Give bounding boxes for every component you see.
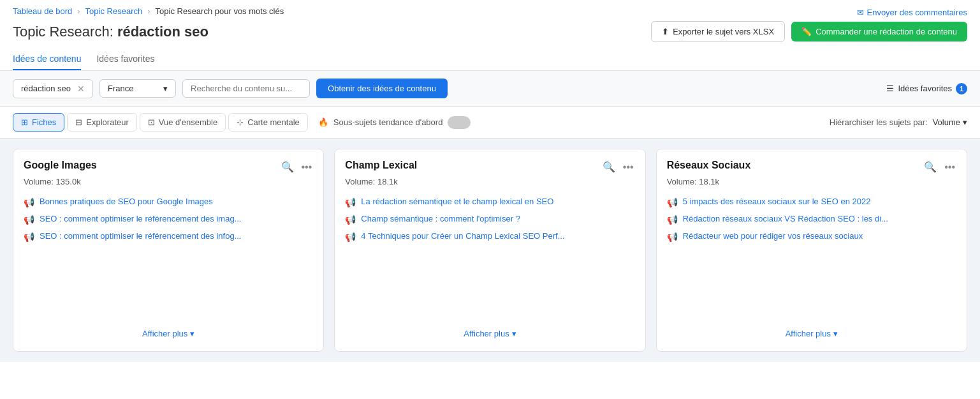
favorites-label: Idées favorites: [898, 84, 952, 93]
view-tab-fiches[interactable]: ⊞ Fiches: [13, 113, 64, 132]
trending-icon: 📢: [667, 197, 678, 207]
explorateur-icon: ⊟: [75, 117, 82, 127]
search-card-icon-champ-lexical[interactable]: 🔍: [601, 160, 617, 174]
show-more-reseaux-sociaux[interactable]: Afficher plus ▾: [667, 321, 956, 341]
fire-icon: 🔥: [318, 117, 328, 127]
fiches-icon: ⊞: [21, 117, 28, 127]
keyword-clear-icon[interactable]: ✕: [77, 84, 85, 94]
card-items-google-images: 📢 Bonnes pratiques de SEO pour Google Im…: [24, 197, 313, 321]
trend-toggle-label: Sous-sujets tendance d'abord: [333, 117, 443, 127]
show-more-label: Afficher plus: [464, 329, 509, 338]
more-options-icon-reseaux-sociaux[interactable]: •••: [943, 160, 956, 174]
breadcrumb-sep-1: ›: [77, 6, 80, 16]
card-title-reseaux-sociaux: Réseaux Sociaux: [667, 160, 751, 171]
card-volume-champ-lexical: Volume: 18.1k: [345, 177, 634, 186]
page-title: Topic Research: rédaction seo: [13, 24, 208, 40]
vue-ensemble-label: Vue d'ensemble: [159, 117, 217, 127]
keyword-filter-chip[interactable]: rédaction seo ✕: [13, 79, 93, 98]
item-link[interactable]: 5 impacts des réseaux sociaux sur le SEO…: [683, 197, 871, 206]
list-icon: ☰: [886, 84, 894, 93]
card-volume-google-images: Volume: 135.0k: [24, 177, 313, 186]
card-actions-google-images: 🔍 •••: [280, 160, 314, 174]
keyword-value: rédaction seo: [21, 84, 71, 93]
card-reseaux-sociaux: Réseaux Sociaux 🔍 ••• Volume: 18.1k 📢 5 …: [656, 149, 967, 352]
card-items-reseaux-sociaux: 📢 5 impacts des réseaux sociaux sur le S…: [667, 197, 956, 321]
card-title-google-images: Google Images: [24, 160, 97, 171]
card-champ-lexical: Champ Lexical 🔍 ••• Volume: 18.1k 📢 La r…: [334, 149, 645, 352]
view-bar: ⊞ Fiches ⊟ Explorateur ⊡ Vue d'ensemble …: [0, 107, 980, 139]
item-link[interactable]: SEO : comment optimiser le référencement…: [40, 231, 241, 241]
list-item: 📢 SEO : comment optimiser le référenceme…: [24, 231, 313, 242]
country-value: France: [108, 84, 133, 93]
item-link[interactable]: SEO : comment optimiser le référencement…: [40, 214, 241, 223]
item-link[interactable]: La rédaction sémantique et le champ lexi…: [361, 197, 553, 206]
card-volume-reseaux-sociaux: Volume: 18.1k: [667, 177, 956, 186]
breadcrumb-sep-2: ›: [147, 6, 150, 16]
list-item: 📢 Rédaction réseaux sociaux VS Rédaction…: [667, 214, 956, 225]
carte-mentale-icon: ⊹: [237, 117, 244, 127]
carte-mentale-label: Carte mentale: [247, 117, 300, 127]
breadcrumb-home[interactable]: Tableau de bord: [13, 6, 72, 16]
trending-icon: 📢: [667, 232, 678, 242]
sort-label: Hiérarchiser les sujets par:: [830, 117, 928, 127]
more-options-icon-google-images[interactable]: •••: [300, 160, 314, 174]
card-items-champ-lexical: 📢 La rédaction sémantique et le champ le…: [345, 197, 634, 321]
list-item: 📢 Champ sémantique : comment l'optimiser…: [345, 214, 634, 225]
list-item: 📢 4 Techniques pour Créer un Champ Lexic…: [345, 231, 634, 242]
breadcrumb-topic-research[interactable]: Topic Research: [85, 6, 143, 16]
favorites-toggle[interactable]: ☰ Idées favorites 1: [886, 83, 967, 94]
export-button[interactable]: ⬆ Exporter le sujet vers XLSX: [651, 21, 785, 42]
more-options-icon-champ-lexical[interactable]: •••: [622, 160, 635, 174]
explorateur-label: Explorateur: [86, 117, 128, 127]
feedback-icon: ✉: [857, 8, 864, 17]
country-filter-select[interactable]: France ▾: [99, 79, 176, 98]
trending-icon: 📢: [24, 232, 34, 242]
order-button[interactable]: ✏️ Commander une rédaction de contenu: [791, 22, 967, 41]
main-tabs: Idées de contenu Idées favorites: [13, 50, 967, 70]
card-actions-champ-lexical: 🔍 •••: [601, 160, 635, 174]
list-item: 📢 5 impacts des réseaux sociaux sur le S…: [667, 197, 956, 207]
show-more-google-images[interactable]: Afficher plus ▾: [24, 321, 313, 341]
trending-icon: 📢: [345, 232, 356, 242]
item-link[interactable]: 4 Techniques pour Créer un Champ Lexical…: [361, 231, 564, 241]
title-actions: ⬆ Exporter le sujet vers XLSX ✏️ Command…: [651, 21, 967, 42]
fiches-label: Fiches: [32, 117, 56, 127]
search-card-icon-google-images[interactable]: 🔍: [280, 160, 295, 174]
tab-favorites[interactable]: Idées favorites: [96, 50, 154, 70]
list-item: 📢 Rédacteur web pour rédiger vos réseaux…: [667, 231, 956, 242]
content-search-input[interactable]: [182, 79, 310, 98]
item-link[interactable]: Bonnes pratiques de SEO pour Google Imag…: [40, 197, 213, 206]
feedback-label: Envoyer des commentaires: [867, 8, 967, 17]
list-item: 📢 La rédaction sémantique et le champ le…: [345, 197, 634, 207]
view-tab-carte-mentale[interactable]: ⊹ Carte mentale: [228, 113, 308, 132]
trending-icon: 📢: [24, 215, 34, 225]
chevron-down-show-more: ▾: [190, 329, 194, 338]
vue-ensemble-icon: ⊡: [148, 117, 155, 127]
obtain-ideas-button[interactable]: Obtenir des idées de contenu: [316, 79, 448, 98]
export-icon: ⬆: [662, 27, 669, 36]
order-icon: ✏️: [801, 27, 812, 36]
tab-content-ideas[interactable]: Idées de contenu: [13, 50, 81, 70]
item-link[interactable]: Rédacteur web pour rédiger vos réseaux s…: [683, 231, 863, 241]
send-feedback-link[interactable]: ✉ Envoyer des commentaires: [857, 8, 967, 17]
trending-icon: 📢: [345, 197, 356, 207]
chevron-down-show-more: ▾: [833, 329, 838, 338]
trend-toggle-section: 🔥 Sous-sujets tendance d'abord: [318, 116, 471, 129]
list-item: 📢 Bonnes pratiques de SEO pour Google Im…: [24, 197, 313, 207]
item-link[interactable]: Rédaction réseaux sociaux VS Rédaction S…: [683, 214, 888, 223]
trend-toggle-switch[interactable]: [448, 116, 471, 129]
view-tab-vue-ensemble[interactable]: ⊡ Vue d'ensemble: [140, 113, 226, 132]
card-title-champ-lexical: Champ Lexical: [345, 160, 417, 171]
show-more-champ-lexical[interactable]: Afficher plus ▾: [345, 321, 634, 341]
breadcrumb: Tableau de bord › Topic Research › Topic…: [13, 6, 967, 16]
trending-icon: 📢: [24, 197, 34, 207]
search-card-icon-reseaux-sociaux[interactable]: 🔍: [923, 160, 938, 174]
item-link[interactable]: Champ sémantique : comment l'optimiser ?: [361, 214, 520, 223]
export-label: Exporter le sujet vers XLSX: [673, 27, 774, 36]
sort-chevron-icon: ▾: [963, 117, 967, 127]
sort-select[interactable]: Volume ▾: [933, 117, 967, 127]
breadcrumb-current: Topic Research pour vos mots clés: [156, 6, 284, 16]
chevron-down-icon: ▾: [163, 84, 168, 93]
view-tab-explorateur[interactable]: ⊟ Explorateur: [67, 113, 136, 132]
view-tabs: ⊞ Fiches ⊟ Explorateur ⊡ Vue d'ensemble …: [13, 113, 308, 132]
